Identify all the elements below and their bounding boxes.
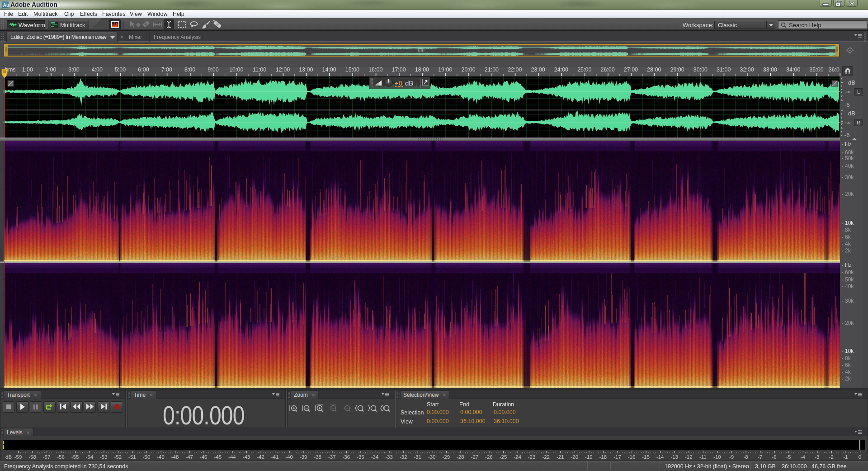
svg-text:-41: -41 bbox=[271, 454, 279, 460]
svg-text:-49: -49 bbox=[157, 454, 165, 460]
svg-text:-35: -35 bbox=[357, 454, 364, 460]
svg-text:-38: -38 bbox=[314, 454, 321, 460]
svg-text:-9: -9 bbox=[729, 454, 734, 460]
svg-text:-50: -50 bbox=[143, 454, 151, 460]
svg-text:-28: -28 bbox=[457, 454, 464, 460]
svg-text:-14: -14 bbox=[656, 454, 664, 460]
svg-text:dB: dB bbox=[5, 454, 12, 460]
svg-text:-4: -4 bbox=[801, 454, 806, 460]
svg-text:-59: -59 bbox=[14, 454, 22, 460]
svg-text:-45: -45 bbox=[214, 454, 222, 460]
svg-text:-2: -2 bbox=[829, 454, 834, 460]
svg-text:-51: -51 bbox=[128, 454, 136, 460]
svg-text:-10: -10 bbox=[713, 454, 721, 460]
svg-text:-43: -43 bbox=[243, 454, 250, 460]
svg-text:-6: -6 bbox=[772, 454, 776, 460]
svg-text:-26: -26 bbox=[485, 454, 493, 460]
svg-text:-23: -23 bbox=[528, 454, 536, 460]
svg-text:-3: -3 bbox=[815, 454, 819, 460]
svg-text:-58: -58 bbox=[28, 454, 36, 460]
svg-text:-24: -24 bbox=[514, 454, 521, 460]
svg-text:-20: -20 bbox=[571, 454, 578, 460]
svg-text:-53: -53 bbox=[100, 454, 108, 460]
svg-text:-34: -34 bbox=[371, 454, 379, 460]
svg-text:-1: -1 bbox=[843, 454, 848, 460]
svg-text:-40: -40 bbox=[285, 454, 293, 460]
svg-text:-12: -12 bbox=[685, 454, 693, 460]
svg-text:-27: -27 bbox=[471, 454, 479, 460]
svg-text:-29: -29 bbox=[442, 454, 450, 460]
svg-text:-16: -16 bbox=[628, 454, 636, 460]
svg-text:-33: -33 bbox=[385, 454, 393, 460]
svg-text:-17: -17 bbox=[613, 454, 621, 460]
svg-text:-42: -42 bbox=[257, 454, 264, 460]
svg-text:-57: -57 bbox=[43, 454, 51, 460]
svg-text:-7: -7 bbox=[758, 454, 762, 460]
svg-text:-46: -46 bbox=[200, 454, 208, 460]
svg-text:-13: -13 bbox=[670, 454, 678, 460]
svg-text:-8: -8 bbox=[743, 454, 748, 460]
svg-text:-48: -48 bbox=[171, 454, 179, 460]
svg-text:-22: -22 bbox=[542, 454, 550, 460]
svg-text:0: 0 bbox=[859, 454, 861, 460]
svg-text:-21: -21 bbox=[557, 454, 564, 460]
svg-text:-25: -25 bbox=[500, 454, 507, 460]
svg-text:-36: -36 bbox=[342, 454, 350, 460]
svg-text:-39: -39 bbox=[300, 454, 307, 460]
svg-text:-5: -5 bbox=[786, 454, 791, 460]
svg-text:-44: -44 bbox=[228, 454, 236, 460]
svg-text:-11: -11 bbox=[699, 454, 707, 460]
svg-text:-54: -54 bbox=[85, 454, 93, 460]
svg-text:-55: -55 bbox=[71, 454, 79, 460]
svg-text:-56: -56 bbox=[57, 454, 65, 460]
svg-text:-18: -18 bbox=[599, 454, 607, 460]
svg-text:-32: -32 bbox=[400, 454, 407, 460]
svg-text:-19: -19 bbox=[585, 454, 593, 460]
svg-text:-15: -15 bbox=[642, 454, 650, 460]
svg-text:-47: -47 bbox=[185, 454, 193, 460]
svg-text:-30: -30 bbox=[428, 454, 436, 460]
svg-text:-31: -31 bbox=[414, 454, 421, 460]
svg-text:-52: -52 bbox=[114, 454, 122, 460]
svg-text:-37: -37 bbox=[328, 454, 336, 460]
